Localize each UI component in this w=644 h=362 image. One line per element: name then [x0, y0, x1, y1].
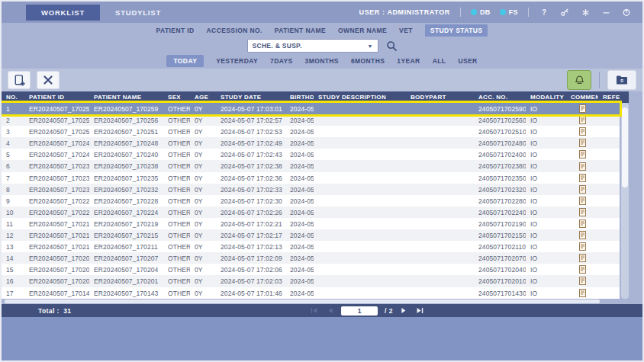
settings-icon[interactable] — [580, 7, 591, 18]
table-row[interactable]: 9ER20240507_170228ER20240507_170228OTHER… — [2, 195, 620, 207]
filter-field-vet[interactable]: VET — [399, 27, 413, 34]
cell-study-description — [314, 218, 406, 229]
table-row[interactable]: 7ER20240507_170235ER20240507_170235OTHER… — [2, 172, 620, 184]
comment-icon[interactable] — [579, 127, 586, 136]
comment-icon[interactable] — [579, 277, 586, 285]
column-header-study-date[interactable]: STUDY DATE — [216, 91, 285, 103]
cell-study-description — [314, 137, 406, 149]
comment-icon[interactable] — [579, 116, 586, 124]
range-7days[interactable]: 7DAYS — [270, 57, 293, 65]
range-6months[interactable]: 6MONTHS — [351, 57, 385, 65]
last-page-button[interactable] — [416, 306, 425, 316]
study-status-select[interactable]: SCHE. & SUSP. ▼ — [247, 39, 378, 53]
tab-worklist[interactable]: WORKLIST — [26, 5, 100, 21]
table-row[interactable]: 12ER20240507_170215ER20240507_170215OTHE… — [2, 229, 620, 241]
add-study-button[interactable] — [8, 71, 31, 89]
cell-comment — [566, 195, 598, 207]
cell-comment — [566, 207, 598, 218]
table-row[interactable]: 6ER20240507_170238ER20240507_170238OTHER… — [2, 160, 620, 171]
vertical-scrollbar[interactable] — [621, 103, 629, 299]
column-header-comment[interactable]: COMMENT — [566, 91, 598, 103]
column-header-sex[interactable]: SEX — [163, 91, 190, 103]
filter-field-accession-no-[interactable]: ACCESSION NO. — [207, 27, 262, 34]
bell-icon — [574, 75, 585, 86]
comment-icon[interactable] — [579, 185, 586, 194]
range-all[interactable]: ALL — [433, 57, 446, 65]
delete-study-button[interactable] — [37, 71, 60, 89]
column-header-referring[interactable]: REFERRING — [598, 91, 620, 103]
cell-patient-id: ER20240507_170219 — [24, 218, 89, 229]
table-row[interactable]: 2ER20240507_170256ER20240507_170256OTHER… — [2, 114, 620, 126]
filter-field-patient-name[interactable]: PATIENT NAME — [275, 27, 326, 34]
page-number-input[interactable]: 1 — [341, 306, 378, 316]
comment-icon[interactable] — [579, 104, 586, 113]
table-row[interactable]: 14ER20240507_170207ER20240507_170207OTHE… — [2, 252, 620, 264]
comment-icon[interactable] — [579, 265, 586, 274]
comment-icon[interactable] — [579, 254, 586, 262]
horizontal-scrollbar-thumb[interactable] — [5, 300, 600, 303]
table-row[interactable]: 3ER20240507_170251ER20240507_170251OTHER… — [2, 126, 620, 137]
column-header-birthday[interactable]: BIRTHDAY — [285, 91, 314, 103]
table-row[interactable]: 16ER20240507_170201ER20240507_170201OTHE… — [2, 275, 620, 287]
cell-modality: IO — [526, 287, 566, 299]
cell-referring — [598, 172, 620, 184]
range-today[interactable]: TODAY — [166, 55, 204, 67]
table-row[interactable]: 4ER20240507_170248ER20240507_170248OTHER… — [2, 137, 620, 149]
comment-icon[interactable] — [579, 231, 586, 239]
comment-icon[interactable] — [579, 197, 586, 205]
table-row[interactable]: 11ER20240507_170219ER20240507_170219OTHE… — [2, 218, 620, 229]
table-row[interactable]: 10ER20240507_170224ER20240507_170224OTHE… — [2, 207, 620, 218]
column-header-patient-id[interactable]: PATIENT ID — [24, 91, 89, 103]
range-user[interactable]: USER — [458, 57, 477, 65]
export-folder-button[interactable] — [607, 70, 636, 90]
cell-sex: OTHER — [163, 160, 190, 171]
filter-field-patient-id[interactable]: PATIENT ID — [156, 27, 195, 34]
worklist-window: WORKLISTSTUDYLIST USER : ADMINISTRATOR D… — [0, 0, 644, 362]
comment-icon[interactable] — [579, 162, 586, 171]
column-header-modality[interactable]: MODALITY — [526, 91, 566, 103]
table-row[interactable]: 5ER20240507_170240ER20240507_170240OTHER… — [2, 149, 620, 160]
vertical-scrollbar-thumb[interactable] — [622, 107, 628, 187]
first-page-button[interactable] — [309, 306, 318, 316]
cell-study-description — [314, 264, 406, 275]
comment-icon[interactable] — [579, 208, 586, 216]
column-header-patient-name[interactable]: PATIENT NAME — [89, 91, 163, 103]
filter-field-study-status[interactable]: STUDY STATUS — [425, 24, 488, 37]
previous-page-button[interactable] — [325, 306, 334, 316]
pagination: 1 / 2 — [309, 304, 425, 317]
range-1year[interactable]: 1YEAR — [397, 57, 420, 65]
column-header-age[interactable]: AGE — [190, 91, 216, 103]
comment-icon[interactable] — [579, 174, 586, 182]
key-icon[interactable] — [559, 7, 570, 18]
column-header-no-[interactable]: NO. — [2, 91, 24, 103]
column-header-acc-no-[interactable]: ACC. NO. — [474, 91, 526, 103]
power-icon[interactable] — [621, 7, 632, 18]
comment-icon[interactable] — [579, 242, 586, 251]
table-row[interactable]: 1ER20240507_170259ER20240507_170259OTHER… — [2, 103, 620, 114]
table-row[interactable]: 8ER20240507_170232ER20240507_170232OTHER… — [2, 184, 620, 195]
minimize-icon[interactable] — [601, 7, 611, 18]
filter-field-owner-name[interactable]: OWNER NAME — [338, 27, 387, 34]
search-icon[interactable] — [386, 40, 398, 52]
help-icon[interactable]: ? — [539, 7, 549, 18]
notification-bell-button[interactable] — [567, 70, 591, 90]
comment-icon[interactable] — [579, 150, 586, 159]
cell-study-date: 2024-05-07 17:03:01 — [216, 103, 285, 114]
next-page-button[interactable] — [400, 306, 409, 316]
cell-age: 0Y — [190, 218, 216, 229]
table-row[interactable]: 17ER20240507_170143ER20240507_170143OTHE… — [2, 287, 620, 299]
db-label: DB — [480, 8, 491, 16]
table-row[interactable]: 15ER20240507_170204ER20240507_170204OTHE… — [2, 264, 620, 275]
range-3months[interactable]: 3MONTHS — [305, 57, 339, 65]
comment-icon[interactable] — [579, 139, 586, 147]
worklist-table: NO.PATIENT IDPATIENT NAMESEXAGESTUDY DAT… — [2, 91, 642, 304]
comment-icon[interactable] — [579, 289, 586, 297]
range-yesterday[interactable]: YESTERDAY — [216, 57, 258, 65]
comment-icon[interactable] — [579, 219, 586, 228]
column-header-study-description[interactable]: STUDY DESCRIPTION — [314, 91, 406, 103]
horizontal-scrollbar[interactable] — [2, 299, 620, 304]
table-row[interactable]: 13ER20240507_170211ER20240507_170211OTHE… — [2, 241, 620, 252]
column-header-bodypart[interactable]: BODYPART — [406, 91, 474, 103]
tab-studylist[interactable]: STUDYLIST — [100, 5, 176, 21]
cell-referring — [598, 287, 620, 299]
